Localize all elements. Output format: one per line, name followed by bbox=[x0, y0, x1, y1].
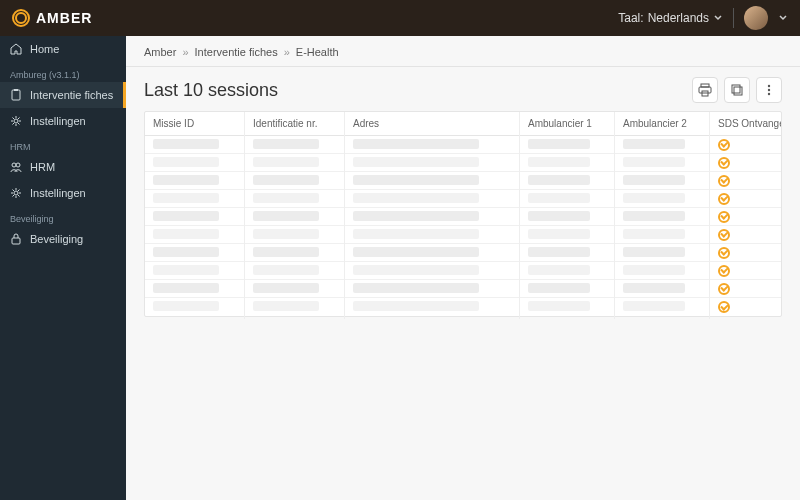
redacted-value bbox=[623, 211, 685, 221]
language-value: Nederlands bbox=[648, 11, 709, 25]
redacted-value bbox=[253, 175, 319, 185]
gear-icon bbox=[10, 187, 22, 199]
redacted-value bbox=[623, 175, 685, 185]
sidebar-item-label: HRM bbox=[30, 161, 55, 173]
copy-icon bbox=[730, 83, 744, 97]
breadcrumb-separator: » bbox=[182, 46, 188, 58]
redacted-value bbox=[253, 265, 319, 275]
redacted-value bbox=[153, 193, 219, 203]
status-received-icon bbox=[718, 301, 730, 313]
redacted-value bbox=[528, 193, 590, 203]
toolbar-actions bbox=[692, 77, 782, 103]
gear-icon bbox=[10, 115, 22, 127]
user-avatar[interactable] bbox=[744, 6, 768, 30]
breadcrumb-item[interactable]: Interventie fiches bbox=[195, 46, 278, 58]
redacted-value bbox=[528, 265, 590, 275]
sidebar-item-instellingen2[interactable]: Instellingen bbox=[0, 180, 126, 206]
redacted-value bbox=[153, 283, 219, 293]
redacted-value bbox=[153, 139, 219, 149]
svg-rect-1 bbox=[14, 89, 18, 91]
table-row[interactable] bbox=[145, 298, 781, 316]
language-select[interactable]: Taal: Nederlands bbox=[618, 11, 723, 25]
svg-rect-8 bbox=[699, 87, 711, 93]
brand-logo-icon bbox=[12, 9, 30, 27]
svg-point-4 bbox=[16, 163, 20, 167]
status-received-icon bbox=[718, 211, 730, 223]
redacted-value bbox=[623, 229, 685, 239]
status-received-icon bbox=[718, 265, 730, 277]
table-cell bbox=[520, 295, 615, 319]
svg-point-5 bbox=[14, 191, 18, 195]
redacted-value bbox=[528, 211, 590, 221]
redacted-value bbox=[153, 301, 219, 311]
svg-point-14 bbox=[768, 93, 770, 95]
redacted-value bbox=[253, 283, 319, 293]
more-vertical-icon bbox=[762, 83, 776, 97]
main-content: Amber»Interventie fiches»E-Health Last 1… bbox=[126, 36, 800, 500]
redacted-value bbox=[623, 139, 685, 149]
people-icon bbox=[10, 161, 22, 173]
status-received-icon bbox=[718, 175, 730, 187]
redacted-value bbox=[153, 229, 219, 239]
status-received-icon bbox=[718, 139, 730, 151]
sidebar-item-label: Instellingen bbox=[30, 115, 86, 127]
more-button[interactable] bbox=[756, 77, 782, 103]
sidebar-item-hrm[interactable]: HRM bbox=[0, 154, 126, 180]
brand-name: AMBER bbox=[36, 10, 92, 26]
page-title: Last 10 sessions bbox=[144, 80, 278, 101]
redacted-value bbox=[623, 283, 685, 293]
divider bbox=[733, 8, 734, 28]
redacted-value bbox=[253, 211, 319, 221]
redacted-value bbox=[623, 157, 685, 167]
redacted-value bbox=[253, 139, 319, 149]
sidebar-item-interventie[interactable]: Interventie fiches bbox=[0, 82, 126, 108]
sidebar-section-title: Ambureg (v3.1.1) bbox=[0, 62, 126, 82]
redacted-value bbox=[528, 301, 590, 311]
sidebar-item-label: Home bbox=[30, 43, 59, 55]
redacted-value bbox=[253, 157, 319, 167]
breadcrumb-separator: » bbox=[284, 46, 290, 58]
redacted-value bbox=[353, 175, 479, 185]
copy-button[interactable] bbox=[724, 77, 750, 103]
table-cell bbox=[145, 295, 245, 319]
status-received-icon bbox=[718, 283, 730, 295]
redacted-value bbox=[353, 157, 479, 167]
sidebar: Home Ambureg (v3.1.1)Interventie fichesI… bbox=[0, 36, 126, 500]
status-received-icon bbox=[718, 229, 730, 241]
svg-point-13 bbox=[768, 89, 770, 91]
home-icon bbox=[10, 43, 22, 55]
redacted-value bbox=[528, 157, 590, 167]
lock-icon bbox=[10, 233, 22, 245]
redacted-value bbox=[253, 301, 319, 311]
svg-point-2 bbox=[14, 119, 18, 123]
redacted-value bbox=[253, 229, 319, 239]
redacted-value bbox=[528, 175, 590, 185]
table-cell bbox=[710, 295, 781, 319]
table-cell bbox=[245, 295, 345, 319]
redacted-value bbox=[253, 193, 319, 203]
svg-rect-10 bbox=[732, 85, 740, 93]
redacted-value bbox=[153, 157, 219, 167]
sidebar-section-title: HRM bbox=[0, 134, 126, 154]
redacted-value bbox=[353, 229, 479, 239]
redacted-value bbox=[153, 211, 219, 221]
status-received-icon bbox=[718, 157, 730, 169]
breadcrumb-item[interactable]: Amber bbox=[144, 46, 176, 58]
redacted-value bbox=[528, 139, 590, 149]
topbar-right: Taal: Nederlands bbox=[618, 6, 788, 30]
sidebar-item-instellingen1[interactable]: Instellingen bbox=[0, 108, 126, 134]
sidebar-item-home[interactable]: Home bbox=[0, 36, 126, 62]
svg-rect-11 bbox=[734, 87, 742, 95]
redacted-value bbox=[353, 283, 479, 293]
language-label: Taal: bbox=[618, 11, 643, 25]
redacted-value bbox=[623, 247, 685, 257]
breadcrumb-item: E-Health bbox=[296, 46, 339, 58]
redacted-value bbox=[353, 211, 479, 221]
print-button[interactable] bbox=[692, 77, 718, 103]
redacted-value bbox=[528, 247, 590, 257]
sessions-table: Missie IDIdentificatie nr.AdresAmbulanci… bbox=[144, 111, 782, 317]
svg-rect-6 bbox=[12, 238, 20, 244]
sidebar-item-beveiliging[interactable]: Beveiliging bbox=[0, 226, 126, 252]
clipboard-icon bbox=[10, 89, 22, 101]
redacted-value bbox=[353, 265, 479, 275]
